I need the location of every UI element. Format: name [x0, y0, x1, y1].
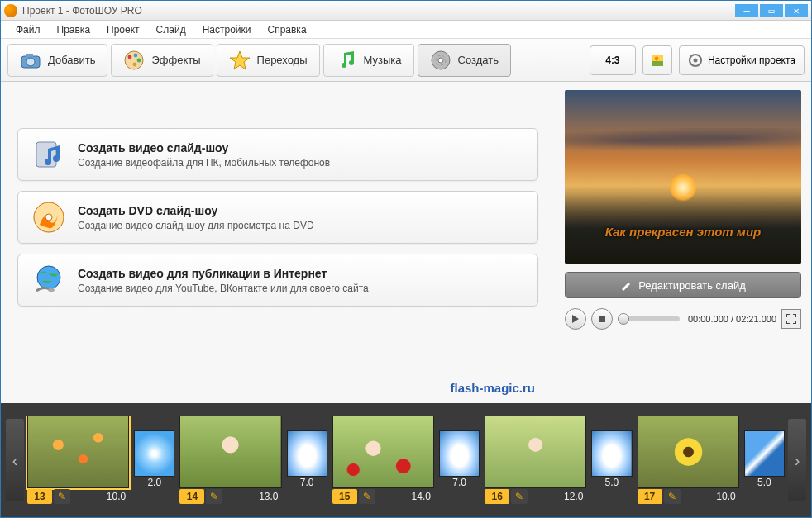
toolbar: ДобавитьЭффектыПереходыМузыкаСоздать 4:3… [1, 39, 811, 82]
timeline-transition-3[interactable]: 5.0 [591, 430, 632, 490]
preview-image[interactable]: Как прекрасен этот мир [565, 90, 801, 264]
svg-point-19 [37, 266, 60, 289]
option-subtitle: Создание видеофайла для ПК, мобильных те… [78, 157, 330, 169]
project-settings-label: Настройки проекта [708, 55, 795, 66]
slide-duration: 12.0 [528, 491, 586, 502]
slide-thumbnail [485, 416, 586, 488]
video-file-icon [31, 137, 66, 172]
tab-добавить[interactable]: Добавить [7, 44, 107, 77]
menu-item-0[interactable]: Файл [7, 22, 49, 37]
close-button[interactable]: ✕ [785, 4, 808, 17]
seek-knob[interactable] [618, 313, 629, 325]
menu-item-3[interactable]: Слайд [148, 22, 194, 37]
preview-caption: Как прекрасен этот мир [565, 225, 801, 239]
slide-thumbnail [179, 416, 281, 488]
slide-edit-icon[interactable]: ✎ [511, 489, 528, 504]
main-panel: Создать видео слайд-шоуСоздание видеофай… [1, 82, 555, 403]
slide-duration: 14.0 [375, 491, 434, 502]
svg-point-18 [45, 214, 52, 221]
svg-point-5 [134, 53, 138, 57]
menu-item-1[interactable]: Правка [49, 22, 99, 37]
option-title: Создать видео для публикации в Интернет [78, 267, 369, 280]
project-settings-button[interactable]: Настройки проекта [679, 45, 805, 75]
timeline-transition-1[interactable]: 7.0 [287, 430, 327, 490]
tab-музыка[interactable]: Музыка [323, 44, 414, 77]
timeline-slide-14[interactable]: 14✎13.0 [179, 416, 281, 505]
gear-icon [688, 53, 703, 68]
timeline-slide-13[interactable]: 13✎10.0 [27, 416, 129, 505]
watermark: flash-magic.ru [450, 381, 535, 395]
slide-thumbnail [332, 416, 434, 488]
app-window: Проект 1 - ФотоШОУ PRO — ▭ ✕ ФайлПравкаП… [0, 0, 812, 518]
option-title: Создать видео слайд-шоу [78, 141, 330, 154]
slide-number: 14 [179, 489, 204, 504]
timeline-slide-16[interactable]: 16✎12.0 [485, 416, 586, 505]
slide-number: 16 [485, 489, 509, 504]
tab-переходы[interactable]: Переходы [217, 44, 320, 77]
slide-edit-icon[interactable]: ✎ [664, 489, 681, 504]
seek-bar[interactable] [618, 316, 680, 321]
body-area: Создать видео слайд-шоуСоздание видеофай… [1, 82, 811, 403]
menu-item-4[interactable]: Настройки [194, 22, 260, 37]
camera-icon [20, 50, 41, 71]
timeline-transition-0[interactable]: 2.0 [134, 430, 174, 490]
svg-rect-21 [599, 316, 605, 322]
svg-point-1 [26, 58, 35, 66]
slide-thumbnail [638, 416, 739, 488]
transition-thumbnail [591, 430, 632, 477]
transition-duration: 7.0 [287, 477, 327, 490]
timeline: ‹ 13✎10.02.014✎13.07.015✎14.07.016✎12.05… [1, 403, 811, 517]
slide-edit-icon[interactable]: ✎ [54, 489, 70, 504]
svg-rect-12 [652, 61, 663, 66]
transition-thumbnail [439, 430, 480, 477]
preview-panel: Как прекрасен этот мир Редактировать сла… [555, 82, 811, 403]
timeline-transition-2[interactable]: 7.0 [439, 430, 480, 490]
create-option-0[interactable]: Создать видео слайд-шоуСоздание видеофай… [17, 128, 538, 181]
disc-icon [430, 50, 451, 71]
star-icon [229, 50, 251, 71]
fullscreen-button[interactable] [781, 309, 801, 329]
timeline-slide-15[interactable]: 15✎14.0 [332, 416, 434, 505]
playback-controls: 00:00.000 / 02:21.000 [565, 308, 801, 330]
maximize-button[interactable]: ▭ [760, 4, 783, 17]
slide-edit-icon[interactable]: ✎ [359, 489, 375, 504]
transition-duration: 2.0 [134, 477, 174, 490]
timecode: 00:00.000 / 02:21.000 [688, 314, 776, 324]
menu-item-5[interactable]: Справка [259, 22, 314, 37]
transition-thumbnail [134, 430, 174, 477]
tab-создать[interactable]: Создать [418, 44, 511, 77]
edit-slide-button[interactable]: Редактировать слайд [565, 272, 801, 298]
minimize-button[interactable]: — [735, 4, 758, 17]
slide-number: 13 [27, 489, 52, 504]
svg-point-15 [693, 58, 697, 62]
transition-thumbnail [744, 430, 785, 477]
preview-thumbnail-button[interactable] [642, 45, 672, 75]
timeline-next-button[interactable]: › [788, 419, 806, 501]
transition-duration: 5.0 [744, 477, 785, 490]
svg-point-4 [128, 55, 132, 59]
menu-item-2[interactable]: Проект [98, 22, 148, 37]
timeline-slide-17[interactable]: 17✎10.0 [638, 416, 739, 505]
globe-icon [31, 263, 66, 297]
create-option-1[interactable]: Создать DVD слайд-шоуСоздание видео слай… [17, 191, 538, 244]
svg-point-13 [654, 56, 658, 60]
option-subtitle: Создание видео слайд-шоу для просмотра н… [78, 220, 314, 231]
timeline-prev-button[interactable]: ‹ [6, 419, 24, 501]
svg-point-7 [133, 62, 137, 66]
palette-icon [123, 50, 145, 71]
timeline-transition-4[interactable]: 5.0 [744, 430, 785, 490]
slide-duration: 10.0 [70, 491, 129, 502]
slide-edit-icon[interactable]: ✎ [206, 489, 222, 504]
titlebar: Проект 1 - ФотоШОУ PRO — ▭ ✕ [1, 1, 811, 21]
tab-эффекты[interactable]: Эффекты [111, 44, 213, 77]
svg-rect-2 [26, 54, 33, 57]
image-icon [652, 55, 663, 66]
stop-button[interactable] [591, 308, 613, 330]
create-option-2[interactable]: Создать видео для публикации в ИнтернетС… [17, 254, 538, 307]
timeline-content[interactable]: 13✎10.02.014✎13.07.015✎14.07.016✎12.05.0… [24, 416, 788, 505]
play-button[interactable] [565, 308, 586, 330]
slide-thumbnail [27, 416, 129, 488]
slide-duration: 10.0 [681, 491, 739, 502]
slide-duration: 13.0 [222, 491, 281, 502]
aspect-ratio-button[interactable]: 4:3 [590, 45, 636, 75]
